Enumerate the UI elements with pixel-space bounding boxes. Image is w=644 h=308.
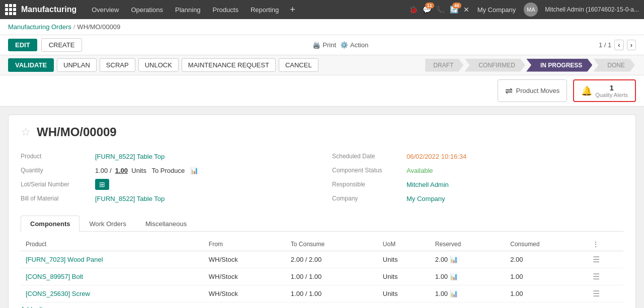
phone-icon[interactable]: 📞 xyxy=(436,6,445,14)
field-company: Company My Company xyxy=(332,191,623,206)
close-icon[interactable]: ✕ xyxy=(463,6,469,14)
row-from-1: WH/Stock xyxy=(204,268,286,285)
record-title: WH/MO/00009 xyxy=(37,125,117,139)
table-row: [FURN_7023] Wood Panel WH/Stock 2.00 / 2… xyxy=(21,251,623,268)
status-bar: VALIDATE UNPLAN SCRAP UNLOCK MAINTENANCE… xyxy=(0,55,644,75)
col-from: From xyxy=(204,238,286,251)
lot-serial-add-button[interactable]: ⊞ xyxy=(95,179,109,190)
col-consumed: Consumed xyxy=(505,238,587,251)
nav-products[interactable]: Products xyxy=(208,0,244,19)
row-consumed-0: 2.00 xyxy=(505,251,587,268)
product-moves-label: Product Moves xyxy=(516,87,559,94)
form-card: ☆ WH/MO/00009 Product [FURN_8522] Table … xyxy=(8,115,636,308)
nav-overview[interactable]: Overview xyxy=(87,0,124,19)
messages-icon[interactable]: 💬11 xyxy=(423,6,431,14)
quality-alerts-count: 1 xyxy=(595,83,628,92)
row-consumed-1: 1.00 xyxy=(505,268,587,285)
field-lot-serial: Lot/Serial Number ⊞ xyxy=(21,177,312,191)
tab-miscellaneous[interactable]: Miscellaneous xyxy=(136,216,196,232)
field-bill-of-material: Bill of Material [FURN_8522] Table Top xyxy=(21,191,312,206)
quantity-value: 1.00 / 1.00 Units To Produce 📊 xyxy=(95,167,198,174)
row-menu-icon-1[interactable]: ☰ xyxy=(593,272,600,281)
quality-alerts-label: Quality Alerts xyxy=(595,92,628,98)
cancel-button[interactable]: CANCEL xyxy=(279,58,318,72)
col-product: Product xyxy=(21,238,204,251)
form-fields: Product [FURN_8522] Table Top Quantity 1… xyxy=(21,149,623,206)
company-value[interactable]: My Company xyxy=(407,195,445,202)
edit-button[interactable]: EDIT xyxy=(8,39,37,51)
row-to-consume-1: 1.00 / 1.00 xyxy=(286,268,378,285)
breadcrumb-parent[interactable]: Manufacturing Orders xyxy=(8,23,71,31)
nav-icons: 🐞 💬11 📞 🔄40 ✕ My Company MA Mitchell Adm… xyxy=(409,3,639,17)
updates-icon[interactable]: 🔄40 xyxy=(450,6,458,14)
quality-alerts-button[interactable]: 🔔 1 Quality Alerts xyxy=(573,79,636,102)
pager-prev[interactable]: ‹ xyxy=(614,40,623,50)
col-reserved: Reserved xyxy=(430,238,505,251)
favorite-star-icon[interactable]: ☆ xyxy=(21,126,31,139)
pager-text: 1 / 1 xyxy=(599,41,611,49)
col-uom: UoM xyxy=(378,238,430,251)
field-scheduled-date: Scheduled Date 06/02/2022 10:16:34 xyxy=(332,149,623,163)
bug-icon[interactable]: 🐞 xyxy=(409,6,418,14)
tab-components[interactable]: Components xyxy=(21,216,79,232)
field-responsible: Responsible Mitchell Admin xyxy=(332,177,623,191)
row-menu-icon-2[interactable]: ☰ xyxy=(593,289,600,298)
create-button[interactable]: CREATE xyxy=(41,38,83,52)
record-title-row: ☆ WH/MO/00009 xyxy=(21,125,623,139)
add-line-button[interactable]: Add a line xyxy=(21,302,50,308)
row-uom-0: Units xyxy=(378,251,430,268)
row-from-2: WH/Stock xyxy=(204,285,286,302)
nav-operations[interactable]: Operations xyxy=(126,0,168,19)
app-grid-icon[interactable] xyxy=(5,4,16,15)
table-row: [CONS_25630] Screw WH/Stock 1.00 / 1.00 … xyxy=(21,285,623,302)
nav-planning[interactable]: Planning xyxy=(170,0,206,19)
quality-alerts-info: 1 Quality Alerts xyxy=(595,83,628,98)
bell-icon: 🔔 xyxy=(581,85,592,96)
row-reserved-0: 2.00 📊 xyxy=(430,251,505,268)
user-avatar: MA xyxy=(524,3,538,17)
step-done: DONE xyxy=(593,59,635,72)
bill-of-material-value[interactable]: [FURN_8522] Table Top xyxy=(95,195,165,202)
responsible-value[interactable]: Mitchell Admin xyxy=(407,181,449,188)
pager-next[interactable]: › xyxy=(627,40,636,50)
row-product-1[interactable]: [CONS_89957] Bolt xyxy=(26,273,83,280)
row-consumed-2: 1.00 xyxy=(505,285,587,302)
product-value[interactable]: [FURN_8522] Table Top xyxy=(95,153,165,160)
maintenance-request-button[interactable]: MAINTENANCE REQUEST xyxy=(182,58,276,72)
smart-buttons-area: ⇌ Product Moves 🔔 1 Quality Alerts xyxy=(0,75,644,107)
action-button[interactable]: ⚙️ Action xyxy=(340,41,368,49)
unlock-button[interactable]: UNLOCK xyxy=(138,58,179,72)
validate-button[interactable]: VALIDATE xyxy=(8,58,54,72)
field-quantity: Quantity 1.00 / 1.00 Units To Produce 📊 xyxy=(21,163,312,177)
app-name: Manufacturing xyxy=(21,5,76,14)
row-to-consume-0: 2.00 / 2.00 xyxy=(286,251,378,268)
user-name: Mitchell Admin (16074602-15-0-a... xyxy=(545,6,639,13)
row-reserved-1: 1.00 📊 xyxy=(430,268,505,285)
nav-add-button[interactable]: + xyxy=(286,5,299,15)
nav-reporting[interactable]: Reporting xyxy=(246,0,284,19)
table-row: [CONS_89957] Bolt WH/Stock 1.00 / 1.00 U… xyxy=(21,268,623,285)
row-menu-icon-0[interactable]: ☰ xyxy=(593,255,600,264)
tab-work-orders[interactable]: Work Orders xyxy=(79,216,135,232)
unplan-button[interactable]: UNPLAN xyxy=(57,58,97,72)
row-reserved-2: 1.00 📊 xyxy=(430,285,505,302)
tabs-bar: Components Work Orders Miscellaneous xyxy=(21,216,623,232)
company-name: My Company xyxy=(477,6,516,14)
print-button[interactable]: 🖨️ Print xyxy=(312,41,336,49)
row-to-consume-2: 1.00 / 1.00 xyxy=(286,285,378,302)
components-table: Product From To Consume UoM Reserved Con… xyxy=(21,238,623,302)
product-moves-button[interactable]: ⇌ Product Moves xyxy=(498,79,567,102)
row-product-2[interactable]: [CONS_25630] Screw xyxy=(26,290,90,297)
breadcrumb: Manufacturing Orders / WH/MO/00009 xyxy=(0,19,644,35)
row-uom-1: Units xyxy=(378,268,430,285)
main-content: ☆ WH/MO/00009 Product [FURN_8522] Table … xyxy=(0,107,644,308)
pager: 1 / 1 ‹ › xyxy=(599,40,636,50)
component-status-value: Available xyxy=(407,167,433,174)
toolbar: EDIT CREATE 🖨️ Print ⚙️ Action 1 / 1 ‹ › xyxy=(0,35,644,55)
row-product-0[interactable]: [FURN_7023] Wood Panel xyxy=(26,256,103,263)
scrap-button[interactable]: SCRAP xyxy=(100,58,135,72)
breadcrumb-current: WH/MO/00009 xyxy=(77,23,120,31)
step-confirmed: CONFIRMED xyxy=(464,59,525,72)
breadcrumb-separator: / xyxy=(73,23,75,31)
step-in-progress: IN PROGRESS xyxy=(526,59,592,72)
